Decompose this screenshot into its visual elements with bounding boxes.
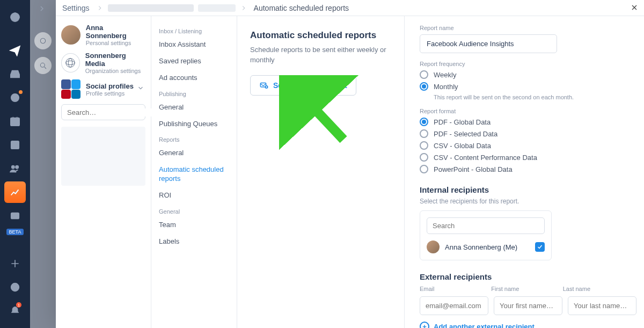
profile-search[interactable]: [61, 104, 145, 120]
breadcrumb-root[interactable]: Settings: [60, 4, 92, 12]
format-pdf-selected[interactable]: PDF - Selected Data: [420, 129, 629, 138]
mail-plus-icon: [259, 81, 269, 90]
social-tiles-icon: [61, 79, 80, 99]
chevron-right-icon: [240, 4, 247, 12]
format-ppt-global[interactable]: PowerPoint - Global Data: [420, 165, 629, 173]
ext-email-input[interactable]: [420, 296, 488, 315]
breadcrumb: Settings Automatic scheduled reports: [56, 0, 644, 16]
settings-modal: Settings Automatic scheduled reports Ann…: [56, 0, 644, 328]
form-pane: Report name Report frequency Weekly Mont…: [405, 16, 644, 328]
avatar: [61, 25, 80, 45]
breadcrumb-skeleton: [108, 4, 194, 12]
svg-point-2: [13, 13, 17, 22]
notifications-icon[interactable]: 1: [4, 300, 26, 322]
beta-badge: BETA: [6, 229, 24, 235]
nav-ad-accounts[interactable]: Ad accounts: [155, 70, 233, 86]
publish-icon[interactable]: [4, 40, 26, 61]
svg-point-8: [16, 166, 18, 169]
svg-point-12: [40, 63, 45, 67]
nav-reports-automatic[interactable]: Automatic scheduled reports: [155, 162, 233, 187]
svg-point-14: [66, 61, 75, 64]
nav-publishing-general[interactable]: General: [155, 99, 233, 116]
close-icon[interactable]: [630, 3, 639, 14]
personal-settings-item[interactable]: Anna Sonnenberg Personal settings: [61, 24, 145, 46]
page-subtitle: Schedule reports to be sent either weekl…: [250, 45, 391, 65]
collapsed-icon: [34, 32, 52, 49]
internal-recipients-title: Internal recipients: [420, 185, 629, 194]
collapsed-search-icon: [34, 57, 52, 74]
search-input[interactable]: [67, 108, 157, 116]
ext-firstname-input[interactable]: [494, 296, 562, 315]
tasks-icon[interactable]: [4, 134, 26, 156]
plus-circle-icon: +: [420, 322, 429, 328]
logo-icon[interactable]: [4, 6, 26, 28]
org-settings-item[interactable]: Sonnenberg Media Organization settings: [61, 52, 145, 74]
svg-point-15: [69, 59, 72, 68]
svg-point-7: [12, 166, 14, 169]
app-rail: BETA 1: [0, 0, 30, 328]
settings-profiles-sidebar: Anna Sonnenberg Personal settings Sonnen…: [56, 16, 151, 328]
avatar: [427, 240, 440, 253]
schedule-new-report-button[interactable]: Schedule new report: [250, 75, 356, 96]
calendar-icon[interactable]: [4, 111, 26, 132]
nav-saved-replies[interactable]: Saved replies: [155, 53, 233, 70]
inbox-icon[interactable]: [4, 63, 26, 85]
frequency-monthly[interactable]: Monthly: [420, 82, 629, 91]
radio-icon: [420, 70, 428, 79]
profile-list-placeholder: [61, 127, 145, 186]
page-title: Automatic scheduled reports: [250, 30, 391, 41]
org-logo-icon: [61, 53, 80, 72]
report-name-input[interactable]: [420, 34, 557, 53]
frequency-label: Report frequency: [420, 61, 629, 67]
ext-lastname-input[interactable]: [568, 296, 636, 315]
breadcrumb-page: Automatic scheduled reports: [252, 4, 351, 12]
recipient-search-input[interactable]: [427, 217, 545, 234]
add-icon[interactable]: [4, 253, 26, 274]
radio-icon: [420, 82, 428, 91]
internal-recipients-box: Anna Sonnenberg (Me): [420, 210, 552, 260]
nav-general-team[interactable]: Team: [155, 217, 233, 234]
reports-icon[interactable]: [4, 181, 26, 203]
social-profiles-item[interactable]: Social profiles Profile settings: [61, 79, 145, 99]
svg-point-13: [66, 59, 75, 68]
nav-general-labels[interactable]: Labels: [155, 234, 233, 250]
svg-rect-5: [11, 118, 20, 126]
report-name-label: Report name: [420, 25, 629, 31]
nav-reports-roi[interactable]: ROI: [155, 187, 233, 204]
collapse-chevron-icon[interactable]: [38, 4, 46, 15]
format-csv-global[interactable]: CSV - Global Data: [420, 141, 629, 150]
svg-point-4: [13, 96, 17, 99]
chevron-right-icon: [96, 4, 104, 12]
team-icon[interactable]: [4, 158, 26, 179]
format-label: Report format: [420, 108, 629, 114]
listening-icon[interactable]: [4, 87, 26, 108]
center-pane: Automatic scheduled reports Schedule rep…: [237, 16, 405, 328]
help-icon[interactable]: [4, 276, 26, 298]
add-external-recipient[interactable]: + Add another external recipient: [420, 322, 629, 328]
settings-nav-sidebar: Inbox / Listening Inbox Assistant Saved …: [151, 16, 237, 328]
frequency-weekly[interactable]: Weekly: [420, 70, 629, 79]
checkbox-checked-icon[interactable]: [535, 242, 545, 252]
nav-publishing-queues[interactable]: Publishing Queues: [155, 116, 233, 133]
nav-inbox-assistant[interactable]: Inbox Assistant: [155, 37, 233, 53]
external-recipients-title: External recipients: [420, 272, 629, 281]
chevron-down-icon: [137, 84, 144, 94]
library-icon[interactable]: [4, 205, 26, 227]
format-csv-content[interactable]: CSV - Content Performance Data: [420, 153, 629, 162]
frequency-hint: This report will be sent on the second o…: [434, 94, 629, 100]
recipient-row[interactable]: Anna Sonnenberg (Me): [427, 240, 545, 253]
svg-point-11: [40, 38, 45, 43]
nav-reports-general[interactable]: General: [155, 145, 233, 162]
format-pdf-global[interactable]: PDF - Global Data: [420, 118, 629, 126]
